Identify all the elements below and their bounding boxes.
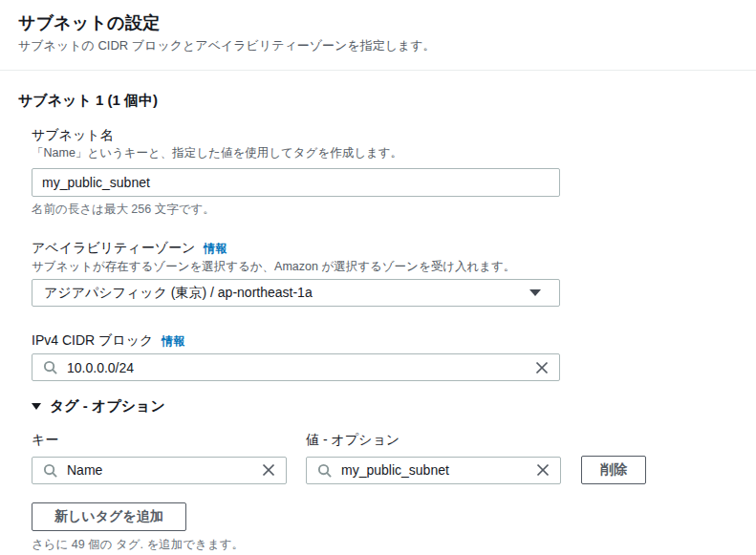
availability-zone-description: サブネットが存在するゾーンを選択するか、Amazon が選択するゾーンを受け入れ… [32,259,737,274]
search-icon [41,461,59,480]
tag-value-clear-icon[interactable] [534,461,551,479]
tag-row: 削除 [32,456,737,484]
subnet-name-description: 「Name」というキーと、指定した値を使用してタグを作成します。 [32,145,737,160]
cidr-field: IPv4 CIDR ブロック情報 [32,331,737,381]
availability-zone-select[interactable]: アジアパシフィック (東京) / ap-northeast-1a [32,279,560,307]
subnet-name-constraint: 名前の長さは最大 256 文字です。 [32,203,737,217]
cidr-info-link[interactable]: 情報 [162,334,184,348]
tag-key-input[interactable] [59,462,260,478]
tags-section-label: タグ - オプション [50,397,165,416]
tags-section-toggle[interactable]: タグ - オプション [32,397,737,416]
cidr-clear-icon[interactable] [533,359,551,376]
panel-header: サブネットの設定 サブネットの CIDR ブロックとアベイラビリティーゾーンを指… [0,0,756,71]
subnet-section-heading: サブネット 1 (1 個中) [18,92,737,109]
tag-value-column-label: 値 - オプション [306,432,400,447]
availability-zone-info-link[interactable]: 情報 [204,242,227,255]
tag-column-headers: キー 値 - オプション [32,432,737,447]
cidr-input-box [32,353,560,381]
cidr-label: IPv4 CIDR ブロック [32,332,153,348]
page-description: サブネットの CIDR ブロックとアベイラビリティーゾーンを指定します。 [18,38,737,53]
subnet-name-field: サブネット名 「Name」というキーと、指定した値を使用してタグを作成します。 … [32,127,737,217]
cidr-input[interactable] [59,360,533,375]
subnet-section: サブネット 1 (1 個中) サブネット名 「Name」というキーと、指定した値… [0,92,756,552]
subnet-name-input[interactable] [32,168,560,197]
availability-zone-selected-value: アジアパシフィック (東京) / ap-northeast-1a [44,285,529,302]
search-icon [315,461,334,480]
availability-zone-label: アベイラビリティーゾーン [32,240,195,255]
tag-value-input[interactable] [334,462,534,478]
tag-key-clear-icon[interactable] [260,461,277,479]
subnet-name-label: サブネット名 [32,127,737,143]
add-tag-button[interactable]: 新しいタグを追加 [32,502,186,531]
tag-value-input-box [306,457,561,484]
availability-zone-field: アベイラビリティーゾーン情報 サブネットが存在するゾーンを選択するか、Amazo… [32,239,737,307]
subnet-fields: サブネット名 「Name」というキーと、指定した値を使用してタグを作成します。 … [32,127,737,552]
chevron-down-icon [529,289,541,296]
page-title: サブネットの設定 [18,12,737,33]
caret-down-icon [32,403,41,410]
subnet-settings-panel: サブネットの設定 サブネットの CIDR ブロックとアベイラビリティーゾーンを指… [0,0,756,555]
delete-tag-button[interactable]: 削除 [581,456,646,484]
tags-remaining-hint: さらに 49 個の タグ. を追加できます。 [32,538,737,552]
tag-key-column-label: キー [32,432,306,447]
search-icon [41,358,59,376]
tag-key-input-box [32,457,287,484]
